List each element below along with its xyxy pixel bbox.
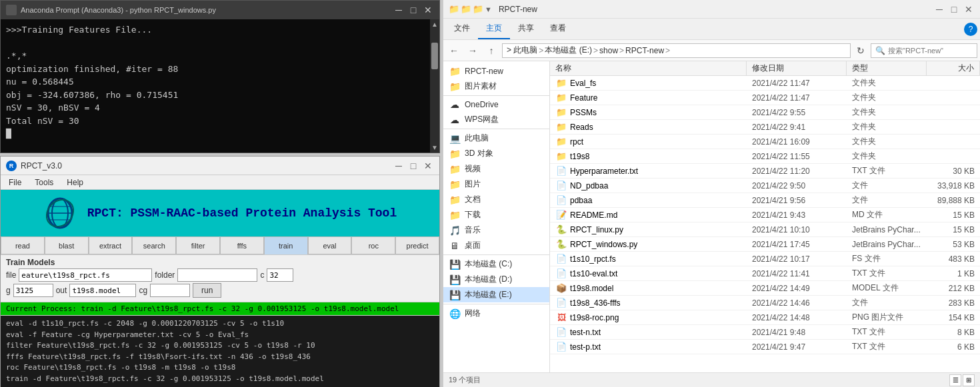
table-row[interactable]: 📄 test-n.txt 2021/4/21 9:48 TXT 文件 8 KB: [550, 325, 980, 340]
table-row[interactable]: 📄 t19s8_436-fffs 2021/4/22 14:46 文件 283 …: [550, 296, 980, 310]
sidebar-item-pictures[interactable]: 📁 图片: [443, 177, 549, 192]
table-row[interactable]: 📁 t19s8 2021/4/22 11:55 文件夹: [550, 149, 980, 164]
table-row[interactable]: 📄 Hyperparameter.txt 2021/4/22 11:20 TXT…: [550, 164, 980, 179]
menu-tools[interactable]: Tools: [32, 177, 56, 188]
sidebar-item-music[interactable]: 🎵 音乐: [443, 222, 549, 238]
cg-input[interactable]: [150, 284, 190, 297]
tool-roc[interactable]: roc: [351, 236, 395, 254]
table-row[interactable]: 📁 Reads 2021/4/22 9:41 文件夹: [550, 120, 980, 135]
col-header-size[interactable]: 大小: [927, 61, 980, 75]
scroll-thumb[interactable]: [431, 43, 438, 69]
tab-view[interactable]: 查看: [542, 19, 574, 39]
menu-file[interactable]: File: [6, 177, 24, 188]
fe-maximize-button[interactable]: □: [948, 3, 960, 15]
tab-share[interactable]: 共享: [510, 19, 542, 39]
fe-close-button[interactable]: ✕: [963, 3, 975, 15]
tool-eval[interactable]: eval: [308, 236, 352, 254]
table-row[interactable]: 📦 t19s8.model 2021/4/22 14:49 MODEL 文件 2…: [550, 281, 980, 296]
sidebar-item-desktop[interactable]: 🖥 桌面: [443, 238, 549, 253]
g-input[interactable]: [13, 284, 53, 297]
table-row[interactable]: 📁 Feature 2021/4/22 11:47 文件夹: [550, 91, 980, 105]
table-row[interactable]: 📄 pdbaa 2021/4/21 9:56 文件 89,888 KB: [550, 193, 980, 208]
search-box[interactable]: 🔍: [871, 43, 977, 58]
nav-up-button[interactable]: ↑: [483, 43, 499, 59]
sidebar-pictures-icon: 📁: [449, 179, 461, 190]
terminal-scrollbar[interactable]: ▲ ▼: [430, 19, 439, 153]
table-row[interactable]: 📄 ND_pdbaa 2021/4/22 9:50 文件 33,918 KB: [550, 179, 980, 193]
rpct-close-button[interactable]: ✕: [422, 160, 434, 172]
sidebar-item-this-pc[interactable]: 💻 此电脑: [443, 131, 549, 146]
file-type-cell: 文件夹: [847, 136, 927, 147]
sidebar-item-onedrive[interactable]: ☁ OneDrive: [443, 97, 549, 112]
sidebar-item-docs[interactable]: 📁 文档: [443, 192, 549, 207]
terminal-maximize-button[interactable]: □: [407, 4, 419, 16]
log-line-5: train -d Feature\t19s8_rpct.fs -c 32 -g …: [6, 374, 434, 385]
table-row[interactable]: 🐍 RPCT_linux.py 2021/4/21 10:10 JetBrain…: [550, 222, 980, 237]
file-input[interactable]: [19, 268, 152, 282]
scroll-down-arrow[interactable]: ▼: [430, 143, 439, 153]
sidebar-item-images[interactable]: 📁 图片素材: [443, 79, 549, 94]
sidebar-divider-4: [443, 304, 549, 304]
tool-extract[interactable]: extract: [89, 236, 133, 254]
search-input[interactable]: [888, 47, 968, 55]
sidebar-item-downloads[interactable]: 📁 下载: [443, 207, 549, 222]
sidebar-3d-icon: 📁: [449, 149, 461, 159]
run-button[interactable]: run: [193, 283, 221, 298]
terminal-minimize-button[interactable]: ─: [393, 4, 405, 16]
table-row[interactable]: 📁 PSSMs 2021/4/22 9:55 文件夹: [550, 105, 980, 120]
table-row[interactable]: 🐍 RPCT_windows.py 2021/4/21 17:45 JetBra…: [550, 237, 980, 252]
tool-read[interactable]: read: [1, 236, 45, 254]
out-input[interactable]: [69, 284, 136, 297]
table-row[interactable]: 📁 rpct 2021/4/21 16:09 文件夹: [550, 135, 980, 149]
terminal-body[interactable]: >>>Training Features File... .*,* optimi…: [1, 19, 430, 153]
nav-forward-button[interactable]: →: [465, 43, 481, 59]
table-row[interactable]: 📝 README.md 2021/4/21 9:43 MD 文件 15 KB: [550, 208, 980, 222]
terminal-line-5: nu = 0.568445: [6, 75, 425, 89]
file-icon: 📄: [555, 181, 567, 191]
col-header-name[interactable]: 名称: [550, 61, 747, 75]
file-name-text: RPCT_linux.py: [570, 225, 623, 234]
folder-input[interactable]: [177, 268, 257, 282]
tool-blast[interactable]: blast: [45, 236, 89, 254]
tool-filter[interactable]: filter: [176, 236, 220, 254]
sidebar-item-drive-c[interactable]: 💾 本地磁盘 (C:): [443, 256, 549, 272]
fe-minimize-button[interactable]: ─: [933, 3, 945, 15]
table-row[interactable]: 🖼 t19s8-roc.png 2021/4/22 14:48 PNG 图片文件…: [550, 310, 980, 325]
c-input[interactable]: [267, 268, 293, 282]
file-icon: 📁: [555, 78, 567, 88]
sidebar-item-drive-d[interactable]: 💾 本地磁盘 (D:): [443, 272, 549, 287]
menu-help[interactable]: Help: [64, 177, 86, 188]
view-list-button[interactable]: ☰: [949, 374, 961, 386]
col-header-type[interactable]: 类型: [847, 61, 927, 75]
table-row[interactable]: 📄 test-p.txt 2021/4/21 9:47 TXT 文件 6 KB: [550, 340, 980, 354]
rpct-maximize-button[interactable]: □: [407, 160, 419, 172]
rpct-log[interactable]: eval -d t1s10_rpct.fs -c 2048 -g 0.00012…: [1, 316, 439, 387]
sidebar-item-video[interactable]: 📁 视频: [443, 161, 549, 177]
help-button[interactable]: ?: [964, 23, 977, 36]
terminal-close-button[interactable]: ✕: [422, 4, 434, 16]
table-row[interactable]: 📄 t1s10_rpct.fs 2021/4/22 10:17 FS 文件 48…: [550, 252, 980, 266]
refresh-button[interactable]: ↻: [853, 43, 868, 58]
address-path[interactable]: > 此电脑 > 本地磁盘 (E:) > show > RPCT-new >: [502, 43, 851, 58]
tool-train[interactable]: train: [264, 236, 308, 254]
tool-search[interactable]: search: [132, 236, 176, 254]
sidebar-item-wps[interactable]: ☁ WPS网盘: [443, 112, 549, 127]
scroll-up-arrow[interactable]: ▲: [430, 19, 439, 29]
sidebar-item-3d[interactable]: 📁 3D 对象: [443, 146, 549, 161]
file-name-cell: 📁 PSSMs: [550, 107, 747, 117]
tool-predict[interactable]: predict: [395, 236, 439, 254]
col-header-date[interactable]: 修改日期: [747, 61, 847, 75]
sidebar-item-drive-e[interactable]: 💾 本地磁盘 (E:): [443, 287, 549, 302]
table-row[interactable]: 📄 t1s10-eval.txt 2021/4/22 11:41 TXT 文件 …: [550, 266, 980, 281]
address-sep-3: >: [619, 46, 624, 55]
sidebar-item-network[interactable]: 🌐 网络: [443, 306, 549, 321]
tab-file[interactable]: 文件: [446, 19, 478, 39]
nav-back-button[interactable]: ←: [446, 43, 462, 59]
rpct-minimize-button[interactable]: ─: [393, 160, 405, 172]
table-row[interactable]: 📁 Eval_fs 2021/4/22 11:47 文件夹: [550, 76, 980, 91]
view-grid-button[interactable]: ⊞: [963, 374, 975, 386]
sidebar-item-rpct-new[interactable]: 📁 RPCT-new: [443, 64, 549, 79]
file-type-cell: MODEL 文件: [847, 282, 927, 294]
tool-fffs[interactable]: fffs: [220, 236, 264, 254]
tab-home[interactable]: 主页: [478, 19, 510, 39]
